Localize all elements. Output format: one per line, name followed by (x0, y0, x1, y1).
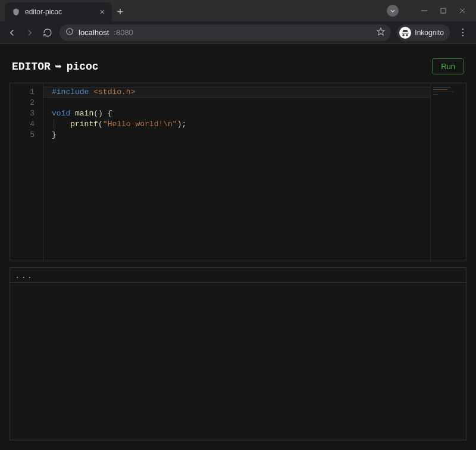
line-number: 3 (10, 108, 43, 119)
code-line[interactable]: void main() { (52, 108, 430, 119)
new-tab-button[interactable]: + (112, 2, 129, 21)
browser-toolbar: localhost:8080 Inkognito ⋮ (0, 21, 476, 44)
chevron-down-icon[interactable] (387, 5, 399, 17)
code-line[interactable]: │ printf("Hello world!\n"); (52, 119, 430, 130)
window-minimize-icon[interactable] (420, 7, 428, 15)
bookmark-star-icon[interactable] (377, 27, 385, 38)
url-port: :8080 (114, 28, 133, 37)
code-line[interactable] (52, 98, 430, 108)
line-number-gutter: 1 2 3 4 5 (10, 83, 43, 261)
line-number: 1 (10, 87, 43, 98)
address-bar[interactable]: localhost:8080 (60, 24, 391, 41)
nav-reload-icon[interactable] (42, 28, 54, 38)
page-header: EDITOR ➥ picoc Run (10, 58, 466, 74)
incognito-icon (399, 27, 411, 39)
current-line-highlight (43, 87, 430, 98)
svg-marker-7 (377, 28, 384, 35)
profile-label: Inkognito (415, 29, 444, 37)
profile-chip[interactable]: Inkognito (397, 24, 450, 41)
tab-favicon (12, 8, 20, 16)
code-area[interactable]: #include <stdio.h> void main() { │ print… (43, 83, 430, 261)
minimap[interactable] (430, 83, 466, 261)
output-header: ... (10, 267, 466, 282)
site-info-icon[interactable] (65, 27, 74, 38)
code-editor[interactable]: 1 2 3 4 5 #include <stdio.h> void main()… (10, 83, 466, 261)
run-button[interactable]: Run (432, 58, 464, 74)
window-titlebar: editor-picoc × + (0, 0, 476, 21)
browser-menu-icon[interactable]: ⋮ (456, 27, 470, 38)
line-number: 2 (10, 98, 43, 108)
window-maximize-icon[interactable] (439, 7, 447, 15)
nav-forward-icon[interactable] (24, 27, 36, 38)
title-prefix: EDITOR (12, 61, 51, 73)
tab-title: editor-picoc (25, 8, 95, 16)
output-panel[interactable] (10, 282, 466, 440)
nav-back-icon[interactable] (6, 27, 18, 38)
page-title: EDITOR ➥ picoc (12, 60, 99, 73)
line-number: 4 (10, 119, 43, 130)
window-controls (411, 0, 476, 21)
window-close-icon[interactable] (458, 7, 466, 15)
page-content: EDITOR ➥ picoc Run 1 2 3 4 5 #include <s… (0, 44, 476, 450)
svg-rect-1 (441, 8, 446, 13)
line-number: 5 (10, 130, 43, 140)
browser-tab[interactable]: editor-picoc × (5, 2, 112, 21)
url-host: localhost (79, 28, 109, 37)
title-target: picoc (67, 61, 99, 73)
tab-close-icon[interactable]: × (100, 7, 105, 17)
arrow-right-icon: ➥ (55, 60, 62, 73)
code-line[interactable]: } (52, 130, 430, 140)
